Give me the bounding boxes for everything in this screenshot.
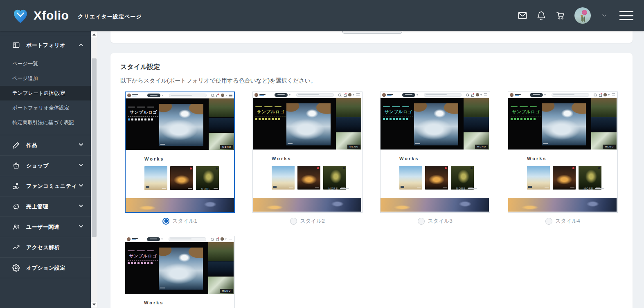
preview-side-artworks (336, 98, 361, 150)
preview-chevron-small-icon (608, 94, 610, 96)
sidebar-submenu: ページ一覧ページ追加テンプレート選択/設定ポートフォリオ全体設定特定商取引法に基… (0, 56, 91, 135)
preview-avatar-small (348, 93, 351, 96)
partial-button[interactable] (342, 31, 402, 33)
preview-heart-icon (471, 167, 473, 169)
style-radio[interactable] (162, 218, 169, 225)
preview-sample-logo: サンプルロゴ (255, 109, 286, 115)
xfolio-heart-icon (11, 7, 29, 24)
portfolio-preview: サンプルロゴ MENU Works MO (126, 92, 234, 212)
section-title: スタイル設定 (120, 63, 633, 71)
preview-sample-logo: サンプルロゴ (128, 253, 159, 259)
preview-chevron-icon (162, 95, 163, 96)
style-option: サンプルロゴ MENU Works MO (508, 92, 618, 225)
scroll-up-arrow-icon (92, 33, 96, 36)
preview-works-cards (399, 166, 474, 190)
sidebar-subitem[interactable]: ページ追加 (0, 71, 91, 86)
style-thumbnail[interactable]: サンプルロゴ MENU Works MO (380, 92, 490, 213)
style-thumbnail[interactable]: サンプルロゴ MENU Works MO (125, 92, 235, 213)
style-radio-row[interactable]: スタイル4 (508, 217, 618, 225)
sidebar-item[interactable]: アクセス解析 (0, 237, 91, 258)
preview-search-icon (466, 94, 469, 96)
preview-chevron-small-icon (480, 94, 482, 96)
style-radio-row[interactable]: スタイル2 (252, 217, 363, 225)
style-thumbnail[interactable]: サンプルロゴ MENU Works MO (508, 92, 618, 213)
sidebar-item[interactable]: オプション設定 (0, 258, 91, 278)
style-radio[interactable] (418, 218, 425, 225)
cart-icon[interactable] (555, 10, 565, 21)
preview-sample-logo: サンプルロゴ (511, 109, 542, 115)
chevron-down-icon (79, 203, 83, 210)
mail-icon[interactable] (517, 10, 528, 21)
style-radio-label[interactable]: スタイル1 (172, 217, 197, 225)
preview-works-title: Works (144, 156, 234, 161)
preview-nav-links (383, 106, 414, 107)
style-radio-row[interactable]: スタイル1 (125, 217, 235, 225)
style-radio[interactable] (290, 218, 297, 225)
style-thumbnail[interactable]: サンプルロゴ MENU Works MO (125, 236, 235, 308)
style-grid: サンプルロゴ MENU Works MO (125, 92, 636, 308)
bell-icon[interactable] (536, 10, 547, 21)
preview-hero-left: サンプルロゴ (255, 106, 286, 120)
preview-heart-icon (572, 167, 574, 169)
preview-pill-button (402, 93, 415, 97)
sidebar-item[interactable]: ファンコミュニティ (0, 176, 91, 196)
chevron-up-icon (79, 42, 83, 49)
sidebar-subitem[interactable]: ポートフォリオ全体設定 (0, 100, 91, 115)
preview-footer-banner (253, 198, 361, 212)
style-radio[interactable] (545, 218, 552, 225)
sidebar-item[interactable]: ポートフォリオ (0, 35, 91, 56)
preview-menu-label: MENU (220, 145, 233, 149)
preview-menu-icon (229, 238, 232, 240)
preview-search-input (296, 93, 334, 97)
preview-chevron-icon (161, 239, 163, 240)
preview-hero: サンプルロゴ MENU (126, 98, 234, 150)
chevron-down-icon (79, 142, 83, 148)
style-radio-label[interactable]: スタイル3 (428, 217, 452, 225)
sidebar-item[interactable]: 作品 (0, 135, 91, 156)
preview-works-title: Works (399, 156, 489, 161)
scrollbar-thumb[interactable] (92, 58, 97, 237)
preview-work-card-3 (451, 166, 474, 190)
preview-menu-label: MENU (603, 145, 616, 149)
preview-search-input (552, 93, 589, 97)
preview-work-card-2 (425, 166, 448, 190)
chevron-down-icon[interactable] (599, 10, 610, 21)
preview-more-link: MORE (329, 187, 349, 190)
preview-footer-banner (126, 198, 234, 212)
preview-search-input (169, 94, 207, 97)
preview-works-title: Works (272, 156, 361, 161)
pencil-icon (12, 141, 20, 150)
chevron-down-icon (79, 224, 83, 230)
preview-work-card-2 (553, 166, 576, 190)
gear-icon (12, 264, 20, 272)
xfolio-logo[interactable]: Xfolio (11, 7, 69, 24)
sidebar-item[interactable]: ショップ (0, 156, 91, 176)
preview-menu-icon (356, 94, 360, 96)
preview-nav-links (255, 106, 286, 107)
portfolio-preview: サンプルロゴ MENU Works MO (381, 92, 489, 212)
style-radio-label[interactable]: スタイル4 (555, 217, 580, 225)
style-thumbnail[interactable]: サンプルロゴ MENU Works MO (252, 92, 363, 213)
scrollbar[interactable] (91, 31, 97, 308)
sidebar-item[interactable]: ユーザー関連 (0, 217, 91, 237)
scroll-down-button[interactable] (91, 301, 97, 308)
style-radio-row[interactable]: スタイル3 (380, 217, 490, 225)
sidebar-subitem[interactable]: 特定商取引法に基づく表記 (0, 115, 91, 130)
style-radio-label[interactable]: スタイル2 (300, 217, 324, 225)
sidebar-item[interactable]: 売上管理 (0, 196, 91, 217)
preview-chevron-small-icon (225, 239, 227, 240)
sidebar-subitem[interactable]: テンプレート選択/設定 (0, 86, 91, 100)
preview-footer-banner (508, 198, 617, 212)
preview-work-card-1 (272, 166, 295, 190)
menu-icon[interactable] (619, 10, 633, 21)
sidebar-subitem[interactable]: ページ一覧 (0, 56, 91, 71)
preview-heart-icon (343, 167, 345, 169)
preview-hero-artwork (159, 248, 203, 290)
preview-footer-banner (381, 198, 489, 212)
preview-pill-button (530, 93, 543, 97)
scroll-up-button[interactable] (91, 31, 97, 38)
user-avatar[interactable] (574, 7, 591, 24)
brand-text: Xfolio (34, 9, 69, 22)
preview-heart-icon (598, 167, 600, 169)
topbar-actions (509, 7, 633, 24)
